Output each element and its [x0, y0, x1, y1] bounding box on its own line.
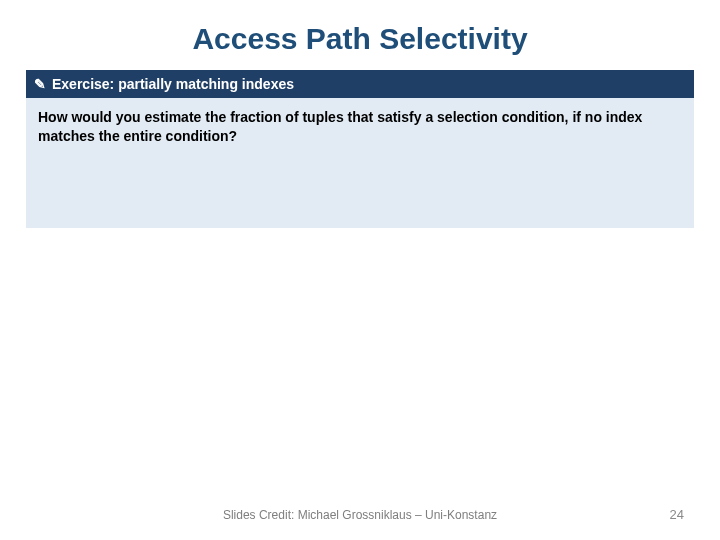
exercise-body: How would you estimate the fraction of t… [26, 98, 694, 228]
slide-credit: Slides Credit: Michael Grossniklaus – Un… [0, 508, 720, 522]
slide: Access Path Selectivity ✎ Exercise: part… [0, 0, 720, 540]
page-number: 24 [670, 507, 684, 522]
exercise-header-bar: ✎ Exercise: partially matching indexes [26, 70, 694, 98]
exercise-body-text: How would you estimate the fraction of t… [38, 109, 642, 144]
page-title: Access Path Selectivity [0, 22, 720, 56]
pencil-icon: ✎ [34, 76, 46, 92]
exercise-header-text: Exercise: partially matching indexes [52, 76, 294, 92]
